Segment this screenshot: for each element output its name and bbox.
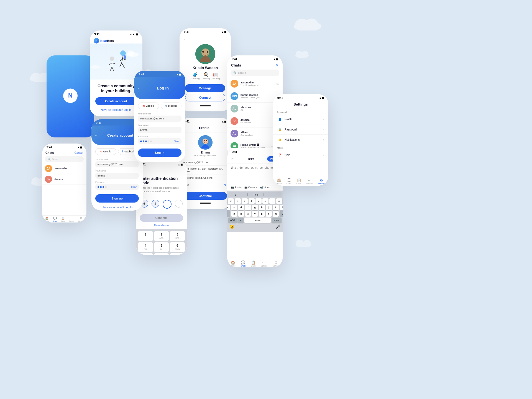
chats-search[interactable]: 🔍 Search (231, 70, 279, 76)
numpad-3[interactable]: 3DEF (170, 231, 185, 241)
key-v[interactable]: v (252, 211, 258, 217)
key-c[interactable]: c (245, 211, 251, 217)
nav-options-text[interactable]: ⋯Options (261, 260, 267, 267)
help-setting[interactable]: ❓ Help › (273, 150, 328, 160)
key-f[interactable]: f (245, 205, 251, 210)
close-text-button[interactable]: ✕ (231, 157, 234, 161)
key-h[interactable]: h (259, 205, 265, 210)
login-link-create[interactable]: Log In (125, 206, 132, 209)
nav-class-text[interactable]: 📋Class (251, 260, 256, 267)
key-o[interactable]: o (276, 198, 282, 204)
mini-nav-class[interactable]: 📋Class (61, 217, 65, 222)
message-button[interactable]: Message (185, 84, 225, 92)
mini-chat-jason[interactable]: JA Jason Allen (42, 163, 86, 174)
key-m[interactable]: m (273, 211, 279, 217)
numpad-6[interactable]: 6MNO (170, 242, 185, 252)
key-r[interactable]: r (242, 198, 248, 204)
numpad-8[interactable]: 8TUV (154, 253, 169, 255)
key-y[interactable]: y (255, 198, 262, 204)
nav-chats-text[interactable]: 💬Chats (241, 260, 245, 267)
key-i[interactable]: i (269, 198, 275, 204)
key-return[interactable]: return (272, 218, 282, 223)
nav-chats-settings[interactable]: 💬Chats (287, 178, 291, 185)
photo-attachment[interactable]: 📷 Photo (231, 186, 242, 189)
key-g[interactable]: g (252, 205, 258, 210)
key-w[interactable]: w (228, 198, 234, 204)
key-dash[interactable]: - (237, 218, 244, 223)
numpad-9[interactable]: 9WXYZ (170, 253, 185, 255)
login-button[interactable]: Log in (138, 149, 181, 157)
key-e[interactable]: e (235, 198, 241, 204)
nav-settings-settings[interactable]: ⚙Settings (318, 178, 325, 185)
password-input[interactable]: Show (138, 138, 181, 144)
numpad-5[interactable]: 5JKL (154, 242, 169, 252)
numpad-1[interactable]: 1 (138, 231, 153, 241)
key-d[interactable]: d (238, 205, 244, 210)
notifications-setting[interactable]: 🔔 Notifications › (273, 135, 328, 145)
key-k[interactable]: k (273, 205, 279, 210)
create-name-input[interactable]: Emma (95, 173, 139, 179)
google-button-create[interactable]: G Google (95, 148, 116, 155)
facebook-button[interactable]: f Facebook (161, 103, 182, 109)
key-z[interactable]: z (231, 211, 237, 217)
key-b[interactable]: b (259, 211, 265, 217)
continue-button-emma[interactable]: Continue (183, 192, 227, 200)
nav-home-text[interactable]: 🏠Home (230, 260, 236, 267)
create-account-button[interactable]: Create account (95, 97, 137, 105)
nav-class-settings[interactable]: 📋Class (296, 178, 301, 185)
nav-options-settings[interactable]: ⋯Options (306, 178, 313, 185)
key-l[interactable]: l (280, 205, 283, 210)
back-button-create[interactable]: ← (91, 134, 98, 137)
mini-nav-options[interactable]: ⋯Options (69, 217, 75, 222)
key-space[interactable]: space (244, 218, 271, 223)
profile-setting[interactable]: 👤 Profile › (273, 114, 328, 124)
phone-auth: 9:41 ▲◼ ← Enter authentication code Ente… (136, 161, 187, 255)
nav-home-settings[interactable]: 🏠Home (277, 178, 282, 185)
show-password-link[interactable]: Show (174, 140, 179, 142)
login-link[interactable]: Log In (124, 108, 132, 111)
key-j[interactable]: j (266, 205, 272, 210)
email-input[interactable]: emmawang@33.com (138, 116, 181, 122)
key-x[interactable]: x (238, 211, 244, 217)
password-setting[interactable]: 🔒 Password › (273, 124, 328, 135)
show-password-link-create[interactable]: Show (131, 186, 137, 188)
new-chat-icon[interactable]: ✎ (275, 63, 279, 67)
key-u[interactable]: u (262, 198, 268, 204)
login-header: ← Log In (134, 77, 185, 99)
numpad-2[interactable]: 2ABC (154, 231, 169, 241)
mini-nav-home[interactable]: 🏠Home (45, 217, 49, 222)
key-abc[interactable]: ABC (228, 218, 237, 223)
key-shift[interactable]: ⇧ (227, 211, 230, 217)
back-button-kristin[interactable]: ← (183, 37, 187, 41)
numpad-7[interactable]: 7PQRS (138, 253, 153, 255)
resend-code-link[interactable]: Resend code (136, 224, 187, 227)
connect-button[interactable]: Connect (185, 94, 225, 101)
key-t[interactable]: t (249, 198, 255, 204)
edit-icon[interactable]: ✎ (224, 183, 227, 187)
create-email-input[interactable]: emmawang@123.com (95, 161, 139, 167)
google-button[interactable]: G Google (138, 103, 159, 109)
mini-chat-jessica[interactable]: Je Jessica (42, 174, 86, 185)
camera-attachment[interactable]: 📷 Camera (244, 186, 257, 189)
mini-cancel-button[interactable]: Cancel (75, 151, 83, 154)
text-compose-input[interactable] (231, 166, 279, 180)
key-a[interactable]: a (227, 205, 230, 210)
emoji-button[interactable]: 🙂 (229, 224, 234, 229)
mini-nav-chats[interactable]: 💬Chats (53, 217, 57, 222)
mini-search[interactable]: 🔍 Search (45, 156, 84, 162)
chat-item-jason[interactable]: JA Jason Allen Yes, Sounds good 14:22 (227, 78, 283, 90)
back-button-login[interactable]: ← (134, 86, 140, 90)
signup-button[interactable]: Sign up (95, 194, 139, 203)
mini-nav-settings[interactable]: ⚙Settings (78, 217, 84, 222)
continue-button-auth[interactable]: Continue (140, 214, 183, 222)
video-attachment[interactable]: 📹 Video (260, 186, 270, 189)
key-s[interactable]: s (231, 205, 237, 210)
key-backspace[interactable]: ⌫ (280, 211, 283, 217)
numpad-4[interactable]: 4GHI (138, 242, 153, 252)
status-bar: 9:41 ▲▲ ◼ (90, 30, 142, 37)
nav-settings-text[interactable]: ⚙Settings (272, 260, 279, 267)
key-n[interactable]: n (266, 211, 272, 217)
create-password-input[interactable]: Show (95, 184, 139, 190)
name-input[interactable]: Emma (138, 127, 181, 133)
mic-button[interactable]: 🎤 (276, 224, 280, 229)
